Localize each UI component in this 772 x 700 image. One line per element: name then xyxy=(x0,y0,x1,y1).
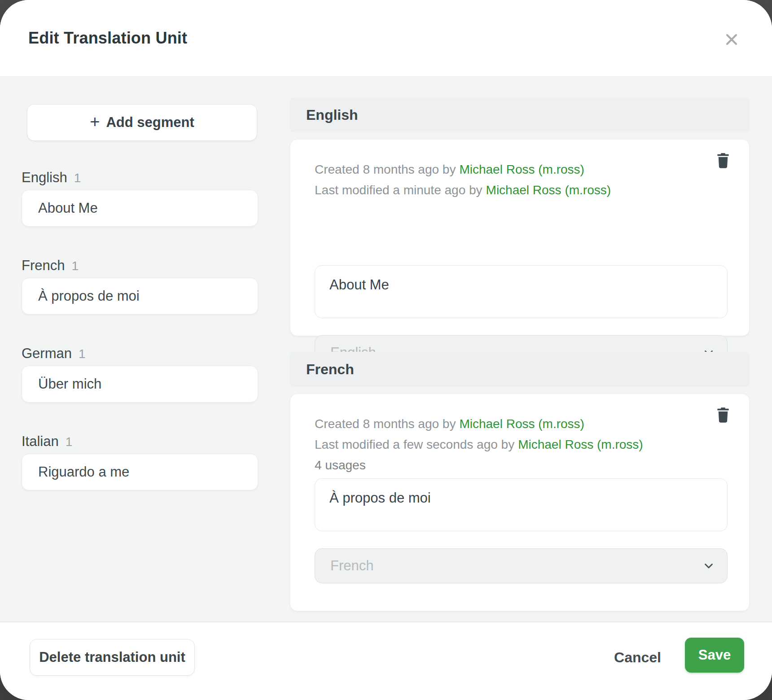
created-user: Michael Ross (m.ross) xyxy=(459,162,584,176)
section-header-french: French xyxy=(290,352,750,387)
cancel-button[interactable]: Cancel xyxy=(614,646,661,669)
delete-translation-unit-button[interactable]: Delete translation unit xyxy=(30,639,195,676)
created-line: Created 8 months ago byMichael Ross (m.r… xyxy=(315,414,700,434)
trash-icon xyxy=(716,407,730,424)
save-button[interactable]: Save xyxy=(685,638,744,673)
dialog-title: Edit Translation Unit xyxy=(28,29,187,48)
segment-count-badge: 1 xyxy=(79,347,86,361)
modified-line: Last modified a few seconds ago byMichae… xyxy=(315,434,700,455)
created-line: Created 8 months ago byMichael Ross (m.r… xyxy=(315,159,700,180)
language-name: German xyxy=(22,346,72,362)
segment-value: Über mich xyxy=(38,376,101,392)
delete-segment-button[interactable] xyxy=(714,152,732,173)
sidebar-segment-english[interactable]: About Me xyxy=(22,190,258,227)
close-button[interactable] xyxy=(722,30,741,49)
segment-count-badge: 1 xyxy=(74,171,81,185)
created-prefix: Created 8 months ago by xyxy=(315,162,456,176)
sidebar-language-label-french: French 1 xyxy=(22,258,79,276)
chevron-down-icon xyxy=(702,559,715,573)
section-title: French xyxy=(306,361,354,378)
section-header-english: English xyxy=(290,97,750,132)
segment-editor-english: Created 8 months ago byMichael Ross (m.r… xyxy=(290,139,750,336)
dialog-body: + Add segment English 1 About Me French … xyxy=(0,77,772,621)
sidebar-language-label-english: English 1 xyxy=(22,170,81,188)
language-select[interactable]: French xyxy=(315,548,728,583)
dialog-footer: Delete translation unit Cancel Save xyxy=(0,621,772,700)
section-title: English xyxy=(306,107,358,123)
usages-count: 4 usages xyxy=(315,455,700,476)
trash-icon xyxy=(716,152,730,169)
sidebar-segment-french[interactable]: À propos de moi xyxy=(22,278,258,315)
language-name: French xyxy=(22,258,65,274)
segment-value: À propos de moi xyxy=(38,288,140,304)
close-icon xyxy=(723,31,741,48)
modified-user: Michael Ross (m.ross) xyxy=(518,438,643,451)
sidebar-segment-german[interactable]: Über mich xyxy=(22,366,258,402)
segment-metadata: Created 8 months ago byMichael Ross (m.r… xyxy=(315,414,700,476)
dialog-header: Edit Translation Unit xyxy=(0,0,772,77)
segment-editor-french: Created 8 months ago byMichael Ross (m.r… xyxy=(290,394,750,611)
sidebar-segment-italian[interactable]: Riguardo a me xyxy=(22,454,258,490)
segment-count-badge: 1 xyxy=(66,435,73,449)
edit-translation-unit-dialog: Edit Translation Unit + Add segment Engl… xyxy=(0,0,772,700)
language-select-value: French xyxy=(330,558,373,574)
delete-segment-button[interactable] xyxy=(714,407,732,427)
modified-user: Michael Ross (m.ross) xyxy=(486,183,611,197)
segment-value: About Me xyxy=(38,200,98,216)
created-user: Michael Ross (m.ross) xyxy=(459,417,584,431)
sidebar-language-label-italian: Italian 1 xyxy=(22,433,72,451)
segment-count-badge: 1 xyxy=(71,259,79,273)
segment-metadata: Created 8 months ago byMichael Ross (m.r… xyxy=(315,159,700,201)
segment-value: Riguardo a me xyxy=(38,464,129,480)
modified-line: Last modified a minute ago byMichael Ros… xyxy=(315,180,700,201)
modified-prefix: Last modified a minute ago by xyxy=(315,183,482,197)
language-name: English xyxy=(22,170,67,186)
sidebar-language-label-german: German 1 xyxy=(22,346,86,363)
modified-prefix: Last modified a few seconds ago by xyxy=(315,438,514,451)
plus-icon: + xyxy=(90,113,100,130)
add-segment-label: Add segment xyxy=(106,114,194,131)
segment-text-input[interactable]: À propos de moi xyxy=(315,478,728,531)
created-prefix: Created 8 months ago by xyxy=(315,417,456,431)
segment-text-input[interactable]: About Me xyxy=(315,265,728,318)
add-segment-button[interactable]: + Add segment xyxy=(27,104,257,141)
language-name: Italian xyxy=(22,433,59,450)
